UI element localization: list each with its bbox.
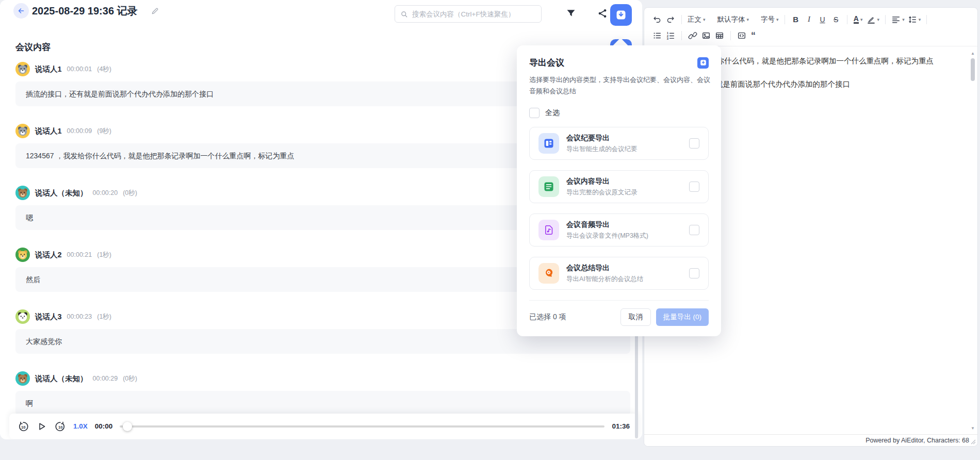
svg-text:3: 3 [667,37,669,40]
cancel-button[interactable]: 取消 [620,308,651,326]
speaker-name: 说话人（未知） [35,188,88,198]
strikethrough-button[interactable]: S [829,13,843,26]
total-time: 01:36 [612,422,630,430]
search-box[interactable] [395,5,542,23]
edit-title-icon[interactable] [151,7,159,15]
transcript-text-bubble[interactable]: 啊 [15,391,630,416]
bullet-list-icon [652,31,662,40]
line-height-dropdown[interactable]: ▾ [906,13,923,26]
speaker-avatar-giraffe [15,248,30,262]
chevron-down-icon: ▾ [776,17,779,22]
ordered-list-icon: 123 [666,31,675,40]
editor-scrollbar[interactable]: ▲ ▼ [970,51,976,431]
font-family-dropdown[interactable]: 默认字体▾ [716,13,751,26]
segment-timestamp: 00:00:29 [93,375,118,382]
code-block-icon [737,31,746,40]
paragraph-style-dropdown[interactable]: 正文▾ [686,13,707,26]
slider-handle[interactable] [123,422,132,431]
speaker-name: 说话人1 [35,126,62,136]
code-block-button[interactable] [735,29,748,42]
export-option-card[interactable]: 会议音频导出 导出会议录音文件(MP3格式) [529,213,709,247]
export-option-title: 会议内容导出 [566,177,638,186]
export-option-card[interactable]: 会议纪要导出 导出智能生成的会议纪要 [529,127,709,160]
export-option-checkbox[interactable] [689,225,699,235]
speaker-avatar-badger [15,124,30,138]
search-input[interactable] [412,10,536,18]
font-size-dropdown[interactable]: 字号▾ [759,13,780,26]
funnel-icon [565,8,577,19]
align-dropdown[interactable]: ▾ [890,13,906,26]
speaker-name: 说话人2 [35,250,62,260]
segment-duration: (0秒) [123,374,137,383]
scroll-up-arrow[interactable]: ▲ [971,51,975,56]
svg-text:10: 10 [58,424,62,429]
redo-button[interactable] [664,13,677,26]
audio-player-bar: 10 10 1.0X 00:00 01:36 [9,414,638,439]
export-option-checkbox[interactable] [689,182,699,192]
italic-button[interactable]: I [803,13,816,26]
export-option-description: 导出智能生成的会议纪要 [566,145,638,154]
ordered-list-button[interactable]: 123 [664,29,677,42]
export-option-card[interactable]: 会议总结导出 导出AI智能分析的会议总结 [529,257,709,290]
minutes-icon [538,133,559,154]
editor-toolbar: 正文▾ 默认字体▾ 字号▾ B I U S A▾ ▾ ▾ ▾ 123 [644,8,977,46]
segment-timestamp: 00:00:21 [67,251,92,258]
speaker-name: 说话人（未知） [35,374,88,384]
rewind-10-button[interactable]: 10 [18,421,29,432]
export-option-description: 导出会议录音文件(MP3格式) [566,232,648,240]
resize-grip[interactable] [971,439,976,445]
line-height-icon [908,15,917,24]
speaker-name: 说话人3 [35,312,62,322]
highlight-color-button[interactable]: ▾ [865,13,881,26]
export-option-card[interactable]: 会议内容导出 导出完整的会议原文记录 [529,170,709,203]
export-button[interactable] [610,4,632,26]
forward-10-button[interactable]: 10 [55,421,66,432]
blockquote-button[interactable]: “ [748,29,762,42]
arrow-left-icon [17,6,26,15]
export-option-checkbox[interactable] [689,138,699,149]
segment-timestamp: 00:00:23 [67,313,92,320]
segment-duration: (1秒) [97,313,111,321]
share-icon [597,8,608,19]
align-icon [891,15,901,24]
undo-button[interactable] [650,13,664,26]
search-icon [400,10,408,18]
export-dialog: 导出会议 选择要导出的内容类型，支持导出会议纪要、会议内容、会议音频和会议总结 … [517,45,721,336]
editor-status-bar: Powered by AiEditor, Characters: 68 [644,434,977,446]
svg-text:“: “ [751,31,756,40]
highlighter-icon [867,15,876,24]
speaker-name: 说话人1 [35,64,62,74]
export-option-checkbox[interactable] [689,268,699,278]
font-color-button[interactable]: A▾ [852,13,865,26]
bold-button[interactable]: B [789,13,803,26]
download-icon [615,9,627,21]
export-options-list: 会议纪要导出 导出智能生成的会议纪要 会议内容导出 导出完整的会议原文记录 会议… [529,127,709,290]
link-button[interactable] [686,29,699,42]
segment-timestamp: 00:00:20 [93,189,118,196]
editor-status-text: Powered by AiEditor, Characters: 68 [865,437,969,444]
speaker-avatar-bear [15,371,30,386]
summary-icon [538,263,559,284]
playback-speed[interactable]: 1.0X [73,422,88,430]
bullet-list-button[interactable] [650,29,664,42]
table-button[interactable] [713,29,726,42]
seek-slider[interactable] [120,422,605,431]
image-button[interactable] [699,29,713,42]
editor-scroll-thumb[interactable] [971,58,975,81]
speaker-avatar-panda [15,309,30,324]
svg-text:10: 10 [21,424,25,429]
segment-timestamp: 00:00:01 [67,65,92,73]
page-title: 2025-08-29 19:36 记录 [32,3,138,19]
scroll-down-arrow[interactable]: ▼ [971,426,975,431]
play-button[interactable] [36,421,47,432]
batch-export-button[interactable]: 批量导出 (0) [656,308,709,326]
select-all-checkbox[interactable] [529,108,540,118]
transcript-message: 说话人（未知） 00:00:29 (0秒) 啊 [15,371,630,416]
back-button[interactable] [13,3,29,19]
link-icon [688,31,697,40]
filter-button[interactable] [565,8,577,19]
share-button[interactable] [597,8,608,19]
image-icon [701,31,711,40]
underline-button[interactable]: U [816,13,829,26]
transcript-scrollbar[interactable] [635,330,638,438]
